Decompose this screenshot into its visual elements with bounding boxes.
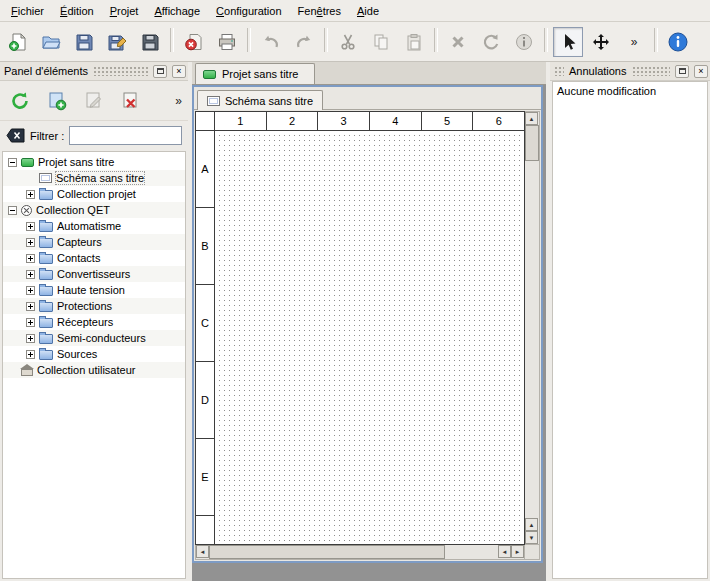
expand-expander-icon[interactable]: [26, 286, 35, 295]
scroll-up-button[interactable]: ▲: [525, 112, 538, 125]
expand-expander-icon[interactable]: [26, 238, 35, 247]
vertical-scrollbar[interactable]: ▲ ▲ ▼: [525, 111, 540, 545]
open-project-button[interactable]: [36, 27, 66, 57]
info-blue-icon: [667, 31, 689, 53]
scroll-left-button[interactable]: ◄: [498, 545, 511, 558]
tree-item-convertisseurs[interactable]: Convertisseurs: [3, 266, 185, 282]
folder-icon: [39, 238, 53, 248]
dock-grip[interactable]: [93, 66, 148, 76]
undo-button[interactable]: [256, 27, 286, 57]
save-as-button[interactable]: [102, 27, 132, 57]
tree-item-automatisme[interactable]: Automatisme: [3, 218, 185, 234]
about-button[interactable]: [663, 27, 693, 57]
horizontal-scrollbar[interactable]: ◄ ◄ ►: [195, 545, 525, 560]
save-button[interactable]: [69, 27, 99, 57]
horizontal-scroll-track[interactable]: [445, 545, 498, 559]
new-element-button[interactable]: [41, 85, 73, 117]
scroll-left-button[interactable]: ◄: [196, 545, 209, 558]
close-project-button[interactable]: [179, 27, 209, 57]
expand-expander-icon[interactable]: [26, 254, 35, 263]
dock-grip[interactable]: [632, 66, 671, 76]
horizontal-scroll-thumb[interactable]: [209, 545, 445, 559]
move-tool-button[interactable]: [586, 27, 616, 57]
delete-element-icon: [120, 90, 142, 112]
menu-projet[interactable]: Projet: [102, 1, 147, 21]
tree-item-schema-sans-titre[interactable]: Schéma sans titre: [3, 170, 185, 186]
elements-panel-titlebar[interactable]: Panel d'éléments ×: [0, 62, 188, 81]
expand-expander-icon[interactable]: [26, 302, 35, 311]
column-header: 4: [370, 112, 422, 131]
tree-item-semi-conducteurs[interactable]: Semi-conducteurs: [3, 330, 185, 346]
tab-projet-sans-titre[interactable]: Projet sans titre: [195, 63, 315, 84]
collapse-expander-icon[interactable]: [8, 158, 17, 167]
elements-tree[interactable]: Projet sans titre Schéma sans titre Coll…: [2, 151, 186, 579]
edit-element-button[interactable]: [78, 85, 110, 117]
float-panel-button[interactable]: [153, 65, 167, 78]
undo-list[interactable]: Aucune modification: [552, 81, 708, 579]
expand-expander-icon[interactable]: [26, 270, 35, 279]
scroll-down-button[interactable]: ▼: [525, 531, 538, 544]
copy-button[interactable]: [366, 27, 396, 57]
delete-element-button[interactable]: [115, 85, 147, 117]
close-panel-button[interactable]: ×: [172, 65, 186, 78]
tree-item-collection-qet[interactable]: Collection QET: [3, 202, 185, 218]
toolbar-overflow-button[interactable]: »: [619, 27, 649, 57]
folder-icon: [39, 334, 53, 344]
toolbar-separator: [542, 28, 550, 56]
menu-fenetres[interactable]: Fenêtres: [290, 1, 349, 21]
expand-expander-icon[interactable]: [26, 222, 35, 231]
toolbar-separator: [245, 28, 253, 56]
scroll-up-button[interactable]: ▲: [525, 518, 538, 531]
expand-expander-icon[interactable]: [26, 350, 35, 359]
close-panel-button[interactable]: ×: [694, 65, 708, 78]
tree-item-collection-projet[interactable]: Collection projet: [3, 186, 185, 202]
element-info-button[interactable]: [509, 27, 539, 57]
vertical-scroll-track[interactable]: [525, 161, 539, 518]
dock-grip[interactable]: [554, 66, 564, 76]
vertical-scroll-thumb[interactable]: [525, 125, 539, 161]
select-tool-button[interactable]: [553, 27, 583, 57]
menu-aide[interactable]: Aide: [349, 1, 387, 21]
redo-button[interactable]: [289, 27, 319, 57]
undo-panel: Annulations × Aucune modification: [550, 62, 710, 581]
expand-expander-icon[interactable]: [26, 190, 35, 199]
tab-schema-sans-titre[interactable]: Schéma sans titre: [197, 90, 323, 110]
clear-filter-button[interactable]: [6, 128, 25, 143]
row-ruler: A B C D E: [196, 131, 215, 544]
tree-item-projet-sans-titre[interactable]: Projet sans titre: [3, 154, 185, 170]
tree-item-haute-tension[interactable]: Haute tension: [3, 282, 185, 298]
menu-edition[interactable]: Édition: [52, 1, 102, 21]
main-area: Panel d'éléments × » Filtrer : Projet sa…: [0, 62, 710, 581]
tree-item-collection-utilisateur[interactable]: Collection utilisateur: [3, 362, 185, 378]
menu-fichier[interactable]: Fichier: [3, 1, 52, 21]
tree-item-protections[interactable]: Protections: [3, 298, 185, 314]
expand-expander-icon[interactable]: [26, 334, 35, 343]
cut-button[interactable]: [333, 27, 363, 57]
undo-panel-titlebar[interactable]: Annulations ×: [550, 62, 710, 81]
paste-button[interactable]: [399, 27, 429, 57]
tree-item-sources[interactable]: Sources: [3, 346, 185, 362]
save-all-button[interactable]: [135, 27, 165, 57]
menu-configuration[interactable]: Configuration: [208, 1, 289, 21]
menu-affichage[interactable]: Affichage: [146, 1, 208, 21]
save-as-icon: [107, 32, 127, 52]
qet-collection-icon: [21, 205, 32, 216]
print-button[interactable]: [212, 27, 242, 57]
filter-input[interactable]: [69, 126, 182, 145]
expand-expander-icon[interactable]: [26, 318, 35, 327]
new-project-button[interactable]: [3, 27, 33, 57]
info-gray-icon: [514, 32, 534, 52]
tree-item-recepteurs[interactable]: Récepteurs: [3, 314, 185, 330]
rotate-button[interactable]: [476, 27, 506, 57]
float-panel-button[interactable]: [675, 65, 689, 78]
scroll-right-button[interactable]: ►: [511, 545, 524, 558]
project-icon: [203, 70, 216, 79]
collapse-expander-icon[interactable]: [8, 206, 17, 215]
tree-item-contacts[interactable]: Contacts: [3, 250, 185, 266]
cut-icon: [338, 32, 358, 52]
tree-item-capteurs[interactable]: Capteurs: [3, 234, 185, 250]
delete-button[interactable]: [443, 27, 473, 57]
schema-canvas[interactable]: [215, 131, 524, 544]
reload-collections-button[interactable]: [4, 85, 36, 117]
panel-toolbar-overflow-button[interactable]: »: [173, 94, 184, 108]
